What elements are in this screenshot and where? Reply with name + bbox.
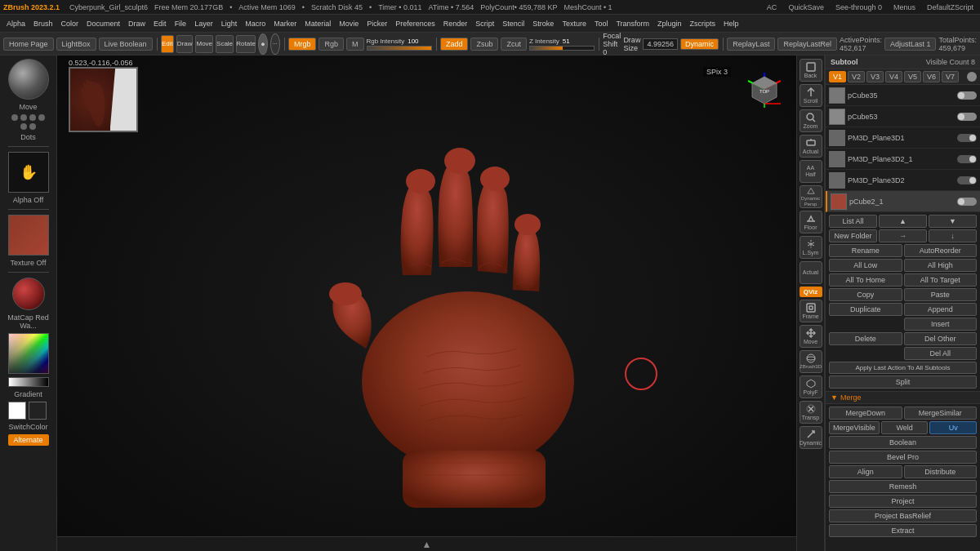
alternate-btn[interactable]: Alternate: [8, 434, 49, 446]
extract-btn[interactable]: Extract: [829, 524, 977, 537]
subtool-item-pcube2-1[interactable]: pCube2_1: [826, 191, 980, 212]
menu-brush[interactable]: Brush: [30, 19, 56, 29]
apply-last-btn[interactable]: Apply Last Action To All Subtools: [829, 362, 977, 374]
menu-transform[interactable]: Transform: [612, 19, 653, 29]
rotate-icon[interactable]: Rotate: [236, 35, 256, 53]
alpha-dot-2[interactable]: [20, 114, 27, 121]
subtool-item-pcube53[interactable]: pCube53: [826, 106, 980, 127]
append-btn[interactable]: Append: [904, 303, 978, 316]
rgb-intensity-bar[interactable]: [367, 46, 432, 51]
menu-tool[interactable]: Tool: [591, 19, 612, 29]
scale-icon[interactable]: Scale: [216, 35, 234, 53]
distribute-btn[interactable]: Distribute: [904, 465, 978, 478]
v7-btn[interactable]: V7: [942, 71, 959, 82]
insert-btn[interactable]: Insert: [904, 318, 978, 331]
pcube2-1-toggle-1[interactable]: [957, 198, 977, 206]
lsym-btn[interactable]: L.Sym: [800, 236, 822, 259]
menu-layer[interactable]: Layer: [191, 19, 216, 29]
frame-btn[interactable]: Frame: [800, 300, 822, 322]
replay-last-btn[interactable]: ReplayLast: [727, 38, 775, 51]
home-page-btn[interactable]: Home Page: [3, 38, 54, 51]
menu-texture[interactable]: Texture: [559, 19, 590, 29]
polyf-btn[interactable]: PolyF: [800, 375, 822, 398]
new-folder-btn[interactable]: New Folder: [829, 229, 877, 242]
duplicate-btn[interactable]: Duplicate: [829, 303, 902, 316]
adjust-last-btn[interactable]: AdjustLast 1: [884, 38, 937, 51]
menu-macro[interactable]: Macro: [242, 19, 269, 29]
lightbox-btn[interactable]: LightBox: [56, 38, 96, 51]
menu-help[interactable]: Help: [720, 19, 742, 29]
menu-draw[interactable]: Draw: [125, 19, 149, 29]
foreground-color[interactable]: [8, 402, 26, 420]
menu-render[interactable]: Render: [440, 19, 471, 29]
all-to-home-btn[interactable]: All To Home: [829, 273, 902, 287]
menu-file[interactable]: File: [172, 19, 190, 29]
zbr3d-btn[interactable]: ZBrush3D: [800, 350, 822, 373]
subtool-item-plane3d2[interactable]: PM3D_Plane3D2: [826, 170, 980, 191]
list-all-btn[interactable]: List All: [829, 215, 877, 228]
rename-btn[interactable]: Rename: [829, 244, 902, 257]
aahalf-btn[interactable]: AAHalf: [800, 160, 822, 183]
plane3d2-toggle-1[interactable]: [957, 176, 977, 184]
v6-btn[interactable]: V6: [923, 71, 940, 82]
menu-material[interactable]: Material: [301, 19, 334, 29]
v5-btn[interactable]: V5: [904, 71, 921, 82]
menu-quicksave[interactable]: QuickSave: [785, 2, 827, 12]
v1-btn[interactable]: V1: [829, 71, 846, 82]
zcut-btn[interactable]: Zcut: [501, 38, 527, 51]
brush-preview-sphere[interactable]: [8, 59, 49, 100]
dynamic-btn[interactable]: Dynamic: [680, 38, 719, 50]
all-low-btn[interactable]: All Low: [829, 259, 902, 272]
merge-section[interactable]: Merge: [826, 391, 980, 404]
gradient-bar[interactable]: [8, 377, 49, 387]
move-rt-btn[interactable]: Move: [800, 325, 822, 348]
menu-light[interactable]: Light: [218, 19, 241, 29]
menu-document[interactable]: Document: [83, 19, 123, 29]
nav-cube[interactable]: TOP: [744, 69, 785, 109]
menu-zscripts[interactable]: Zscripts: [687, 19, 719, 29]
bevel-pro-btn[interactable]: Bevel Pro: [829, 451, 977, 464]
dynamic-persp-btn[interactable]: DynamicPersp: [800, 185, 822, 208]
zadd-btn[interactable]: Zadd: [440, 38, 469, 51]
all-high-btn[interactable]: All High: [904, 259, 978, 272]
menu-script[interactable]: Script: [472, 19, 497, 29]
menu-zplugin[interactable]: Zplugin: [654, 19, 685, 29]
down-arrow-btn[interactable]: ▼: [929, 215, 977, 228]
subtool-item-pcube35[interactable]: pCube35: [826, 85, 980, 106]
pcube35-toggle-1[interactable]: [957, 91, 977, 100]
alpha-dot-1[interactable]: [11, 114, 18, 121]
del-other-btn[interactable]: Del Other: [904, 332, 978, 345]
uv-btn[interactable]: Uv: [929, 421, 977, 434]
menu-menus[interactable]: Menus: [890, 2, 919, 12]
menu-stencil[interactable]: Stencil: [499, 19, 528, 29]
mrgb-btn[interactable]: Mrgb: [288, 38, 317, 51]
menu-preferences[interactable]: Preferences: [392, 19, 439, 29]
menu-edit[interactable]: Edit: [150, 19, 170, 29]
del-all-btn[interactable]: Del All: [904, 347, 978, 360]
alpha-dot-4[interactable]: [38, 114, 45, 121]
menu-alpha[interactable]: Alpha: [3, 19, 29, 29]
brush-shape-dots[interactable]: ···: [270, 33, 280, 55]
transp-btn[interactable]: Transp: [800, 401, 822, 424]
draw-size-value[interactable]: 4.99256: [643, 38, 678, 50]
actual-btn[interactable]: Actual: [800, 135, 822, 158]
edit-icon[interactable]: Edit: [161, 35, 174, 53]
up-arrow-btn[interactable]: ▲: [879, 215, 927, 228]
live-boolean-btn[interactable]: Live Boolean: [99, 38, 153, 51]
brush-shape-round[interactable]: ●: [258, 33, 268, 55]
color-picker[interactable]: [8, 333, 49, 374]
canvas-area[interactable]: 0.523,-0.116,-0.056 SPix 3: [57, 56, 796, 551]
project-btn[interactable]: Project: [829, 495, 977, 508]
alpha-dot-5[interactable]: [20, 123, 27, 130]
material-preview[interactable]: [12, 278, 45, 310]
menu-color[interactable]: Color: [58, 19, 82, 29]
align-btn[interactable]: Align: [829, 465, 902, 478]
menu-ac[interactable]: AC: [764, 2, 781, 12]
v4-btn[interactable]: V4: [885, 71, 902, 82]
zsub-btn[interactable]: Zsub: [470, 38, 498, 51]
all-to-target-btn[interactable]: All To Target: [904, 273, 978, 287]
remesh-btn[interactable]: Remesh: [829, 480, 977, 493]
texture-preview[interactable]: [8, 215, 49, 256]
move-icon[interactable]: Move: [195, 35, 213, 53]
alpha-preview[interactable]: ✋: [8, 152, 49, 193]
